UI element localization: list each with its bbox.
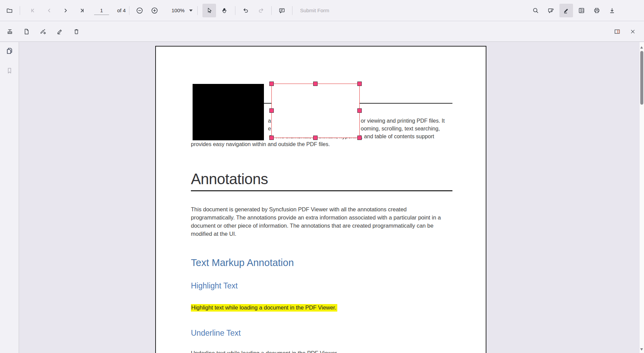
comment-edit-icon xyxy=(548,7,554,14)
cursor-icon xyxy=(206,7,213,14)
zoom-level-dropdown[interactable]: 100% xyxy=(172,7,193,13)
divider xyxy=(235,6,235,15)
comment-edit-button[interactable] xyxy=(544,4,558,17)
redo-icon xyxy=(258,7,265,14)
resize-handle-top-right[interactable] xyxy=(357,82,362,86)
page-navigation xyxy=(25,4,89,17)
intro-line1-fragment-left: a xyxy=(268,118,271,124)
zoom-in-button[interactable] xyxy=(148,4,161,17)
pdf-viewer-app: of 4 100% xyxy=(0,0,644,353)
selection-tool-button[interactable] xyxy=(202,4,216,17)
resize-handle-middle-left[interactable] xyxy=(269,108,274,113)
intro-line2-fragment-left: e xyxy=(268,126,271,132)
divider xyxy=(271,6,272,15)
page-thumbnails-button[interactable] xyxy=(3,45,16,58)
pen-gear-icon xyxy=(40,28,47,35)
redo-button[interactable] xyxy=(254,4,268,17)
main-toolbar: of 4 100% xyxy=(0,0,644,21)
close-toolbar-button[interactable] xyxy=(626,25,639,38)
divider xyxy=(197,6,198,15)
search-icon xyxy=(532,7,539,14)
first-page-button[interactable] xyxy=(25,4,40,17)
resize-handle-top-middle[interactable] xyxy=(313,82,318,86)
next-page-button[interactable] xyxy=(58,4,73,17)
intro-line4: provides easy navigation within and outs… xyxy=(191,141,330,147)
annotations-paragraph-line: document or other piece of information. … xyxy=(191,223,433,229)
annotations-paragraph-line: This document is generated by Syncfusion… xyxy=(191,206,407,213)
annotations-paragraph-line: programmatically. The annotations provid… xyxy=(191,214,441,221)
pan-tool-button[interactable] xyxy=(218,4,232,17)
comment-panel-toggle-button[interactable] xyxy=(611,25,624,38)
comment-button[interactable] xyxy=(275,4,289,17)
redact-text-button[interactable] xyxy=(3,25,16,38)
selected-rectangle-annotation[interactable] xyxy=(271,84,360,138)
close-icon xyxy=(630,29,636,35)
trash-icon xyxy=(73,28,80,35)
zoom-in-icon xyxy=(151,7,158,14)
pdf-page: a or viewing and printing PDF files. It … xyxy=(155,46,486,353)
vertical-scrollbar[interactable] xyxy=(640,42,644,353)
zoom-out-icon xyxy=(136,7,143,14)
document-viewport[interactable]: a or viewing and printing PDF files. It … xyxy=(19,42,640,353)
pencil-icon xyxy=(56,28,63,35)
last-page-icon xyxy=(78,7,85,14)
underline-sample-text-clipped: Underline text while loading a document … xyxy=(191,350,338,353)
annotation-settings-button[interactable] xyxy=(37,25,50,38)
resize-handle-bottom-left[interactable] xyxy=(269,136,274,140)
resize-handle-bottom-right[interactable] xyxy=(357,136,362,140)
divider xyxy=(20,6,20,15)
hand-icon xyxy=(221,7,228,14)
bookmarks-button[interactable] xyxy=(3,65,16,78)
open-file-button[interactable] xyxy=(3,4,16,17)
scroll-down-arrow-icon[interactable] xyxy=(640,348,643,351)
download-button[interactable] xyxy=(605,4,619,17)
underline-text-subheading: Underline Text xyxy=(191,329,241,338)
organize-pages-button[interactable] xyxy=(575,4,588,17)
scroll-up-arrow-icon[interactable] xyxy=(640,46,643,49)
page-icon xyxy=(23,28,30,35)
folder-icon xyxy=(6,7,13,14)
bookmark-icon xyxy=(6,67,13,76)
highlighted-sample-text: Highlight text while loading a document … xyxy=(191,304,337,312)
submit-form-button[interactable]: Submit Form xyxy=(300,7,329,13)
divider xyxy=(129,6,129,15)
chevron-down-icon xyxy=(189,10,193,12)
chevron-right-icon xyxy=(62,7,69,14)
intro-line1-fragment-right: or viewing and printing PDF files. It xyxy=(361,118,445,124)
annotations-heading-rule xyxy=(191,190,452,191)
pen-icon xyxy=(563,7,570,14)
undo-button[interactable] xyxy=(239,4,252,17)
previous-page-button[interactable] xyxy=(42,4,57,17)
comment-note-icon xyxy=(279,7,285,14)
search-button[interactable] xyxy=(529,4,542,17)
zoom-out-button[interactable] xyxy=(133,4,146,17)
undo-icon xyxy=(242,7,249,14)
annotation-pen-button[interactable] xyxy=(559,4,573,17)
scrollbar-thumb[interactable] xyxy=(640,51,643,105)
annotations-paragraph-line: modified at the UI. xyxy=(191,231,236,237)
chevron-left-icon xyxy=(46,7,53,14)
panel-split-icon xyxy=(614,28,621,35)
redact-text-icon xyxy=(6,28,13,35)
first-page-icon xyxy=(30,7,36,14)
text-markup-annotation-heading: Text Markup Annotation xyxy=(191,257,294,268)
annotation-toolbar xyxy=(0,21,644,42)
download-icon xyxy=(609,7,615,14)
grid-table-icon xyxy=(578,7,585,14)
intro-line2-fragment-right: ooming, scrolling, text searching, xyxy=(361,126,440,132)
last-page-button[interactable] xyxy=(74,4,89,17)
black-redaction-rectangle[interactable] xyxy=(193,84,264,140)
zoom-level-value: 100% xyxy=(172,7,184,13)
resize-handle-middle-right[interactable] xyxy=(357,108,362,113)
edit-annotation-button[interactable] xyxy=(53,25,66,38)
highlight-text-subheading: Highlight Text xyxy=(191,281,238,290)
resize-handle-top-left[interactable] xyxy=(269,82,274,86)
delete-annotation-button[interactable] xyxy=(70,25,83,38)
print-button[interactable] xyxy=(590,4,604,17)
printer-icon xyxy=(593,7,600,14)
page-number-input[interactable] xyxy=(94,6,109,15)
redact-page-button[interactable] xyxy=(20,25,33,38)
annotations-heading: Annotations xyxy=(191,171,268,188)
divider xyxy=(292,6,292,15)
resize-handle-bottom-middle[interactable] xyxy=(313,136,318,140)
